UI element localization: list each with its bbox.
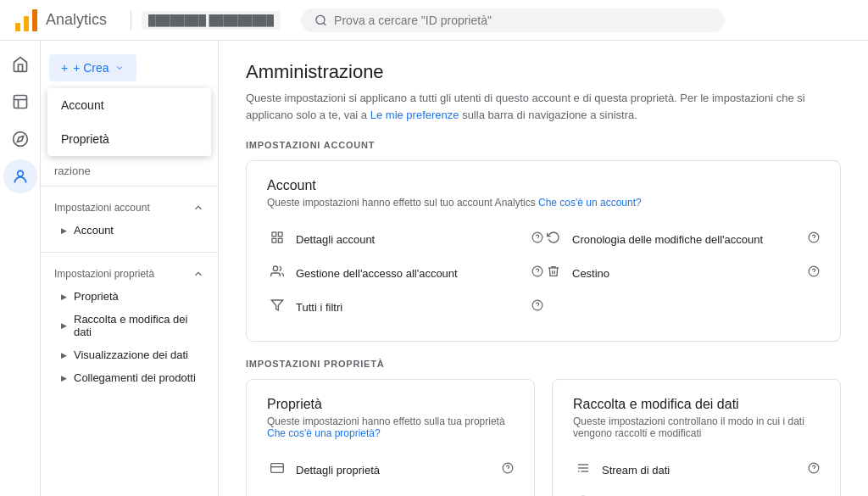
account-settings-label: Impostazioni account: [54, 202, 150, 214]
stream-label: Stream di dati: [602, 464, 799, 476]
data-collection-item[interactable]: Raccolta dei dati: [573, 487, 820, 496]
admin-short-label: razione: [41, 159, 218, 182]
property-settings-section: Impostazioni proprietà ▶ Proprietà ▶ Rac…: [41, 256, 218, 396]
preferences-link[interactable]: Le mie preferenze: [370, 109, 459, 121]
create-label: + Crea: [73, 61, 108, 75]
trash-help-icon[interactable]: [808, 265, 820, 281]
svg-rect-5: [14, 96, 26, 109]
divider-2: [41, 252, 218, 253]
filter-icon: [267, 298, 287, 315]
property-settings-chevron: [192, 268, 204, 280]
property-cards-grid: Proprietà Queste impostazioni hanno effe…: [246, 379, 841, 496]
account-history-item[interactable]: Cronologia delle modifiche dell'account: [543, 222, 820, 256]
nav-account-label: Account: [74, 224, 114, 237]
home-icon-btn[interactable]: [3, 47, 37, 81]
account-section-label: IMPOSTAZIONI ACCOUNT: [246, 140, 841, 150]
arrow-icon: ▶: [61, 226, 67, 235]
property-card-title: Proprietà: [267, 397, 514, 412]
data-collection-card-title: Raccolta e modifica dei dati: [573, 397, 820, 412]
reports-icon-btn[interactable]: [3, 85, 37, 119]
data-collection-card: Raccolta e modifica dei dati Queste impo…: [552, 379, 841, 496]
stream-icon: [573, 461, 593, 478]
people-icon: [267, 265, 287, 281]
trash-item[interactable]: Cestino: [543, 256, 820, 290]
property-section-label: IMPOSTAZIONI PROPRIETÀ: [246, 359, 841, 369]
account-left-col: Dettagli account Gestione dell'accesso a…: [267, 222, 543, 324]
trash-label: Cestino: [572, 267, 799, 280]
svg-point-17: [273, 266, 277, 270]
nav-property[interactable]: ▶ Proprietà: [41, 285, 218, 308]
svg-marker-20: [271, 300, 282, 310]
account-selector[interactable]: ████████ █████████: [142, 11, 281, 30]
account-settings-grid: Dettagli account Gestione dell'accesso a…: [267, 222, 820, 324]
arrow-icon-2: ▶: [61, 293, 67, 301]
nav-data-visualization-label: Visualizzazione dei dati: [74, 348, 188, 361]
svg-rect-13: [272, 238, 276, 242]
stream-item[interactable]: Stream di dati: [573, 453, 820, 487]
property-details-help[interactable]: [502, 462, 514, 477]
account-settings-chevron: [192, 202, 204, 214]
property-card: Proprietà Queste impostazioni hanno effe…: [246, 379, 535, 496]
trash-icon: [543, 265, 564, 281]
nav-account[interactable]: ▶ Account: [41, 219, 218, 242]
logo-area: Analytics: [14, 8, 107, 33]
stream-help[interactable]: [808, 462, 820, 477]
account-history-label: Cronologia delle modifiche dell'account: [572, 233, 799, 246]
analytics-logo-icon: [14, 8, 39, 33]
create-button[interactable]: + + Crea: [49, 54, 136, 81]
data-collection-card-desc: Queste impostazioni controllano il modo …: [573, 415, 820, 439]
divider-1: [41, 186, 218, 187]
account-help-link[interactable]: Che cos'è un account?: [538, 197, 642, 209]
account-history-help-icon[interactable]: [808, 231, 820, 247]
svg-rect-0: [15, 23, 20, 31]
svg-point-10: [17, 170, 23, 176]
property-access-item[interactable]: Gestione dell'accesso alla proprietà: [267, 487, 514, 496]
nav-data-visualization[interactable]: ▶ Visualizzazione dei dati: [41, 343, 218, 366]
admin-icon-btn[interactable]: [3, 159, 37, 193]
property-help-link[interactable]: Che cos'è una proprietà?: [267, 427, 381, 439]
account-card: Account Queste impostazioni hanno effett…: [246, 160, 841, 342]
svg-rect-1: [24, 16, 29, 31]
grid-icon: [267, 231, 287, 248]
history-icon: [543, 231, 564, 248]
svg-point-8: [13, 132, 27, 147]
dropdown-account[interactable]: Account: [47, 88, 211, 122]
app-name: Analytics: [46, 11, 107, 29]
property-card-desc: Queste impostazioni hanno effetto sulla …: [267, 415, 514, 439]
create-plus-icon: +: [61, 61, 68, 75]
account-access-help-icon[interactable]: [531, 265, 543, 281]
nav-divider: [131, 10, 131, 31]
explore-icon-btn[interactable]: [3, 122, 37, 156]
search-input[interactable]: [334, 14, 711, 27]
nav-product-links[interactable]: ▶ Collegamenti dei prodotti: [41, 366, 218, 389]
all-filters-help-icon[interactable]: [531, 299, 543, 315]
account-settings-header[interactable]: Impostazioni account: [41, 197, 218, 219]
account-details-label: Dettagli account: [296, 233, 523, 246]
main-content: Amministrazione Queste impostazioni si a…: [219, 41, 868, 496]
account-right-col: Cronologia delle modifiche dell'account …: [543, 222, 820, 324]
all-filters-label: Tutti i filtri: [296, 301, 523, 314]
dropdown-property[interactable]: Proprietà: [47, 122, 211, 156]
create-chevron-icon: [114, 63, 125, 73]
account-details-item[interactable]: Dettagli account: [267, 222, 543, 256]
credit-card-icon: [267, 461, 287, 478]
property-settings-label: Impostazioni proprietà: [54, 268, 154, 280]
nav-property-label: Proprietà: [74, 290, 119, 303]
property-details-item[interactable]: Dettagli proprietà: [267, 453, 514, 487]
page-title: Amministrazione: [246, 61, 841, 83]
svg-rect-11: [272, 232, 276, 237]
property-settings-header[interactable]: Impostazioni proprietà: [41, 263, 218, 285]
all-filters-item[interactable]: Tutti i filtri: [267, 290, 543, 324]
left-panel: + + Crea Account Proprietà razione Impos…: [41, 41, 219, 496]
sidebar-icons: [0, 41, 41, 496]
account-details-help-icon[interactable]: [531, 231, 543, 247]
account-access-item[interactable]: Gestione dell'accesso all'account: [267, 256, 543, 290]
nav-data-collection[interactable]: ▶ Raccolta e modifica dei dati: [41, 308, 218, 343]
create-dropdown: Account Proprietà: [47, 88, 211, 156]
svg-rect-27: [271, 464, 284, 473]
account-settings-section: Impostazioni account ▶ Account: [41, 190, 218, 248]
account-card-title: Account: [267, 178, 820, 193]
arrow-icon-5: ▶: [61, 374, 67, 382]
page-description: Queste impostazioni si applicano a tutti…: [246, 90, 841, 123]
svg-marker-9: [17, 136, 23, 142]
